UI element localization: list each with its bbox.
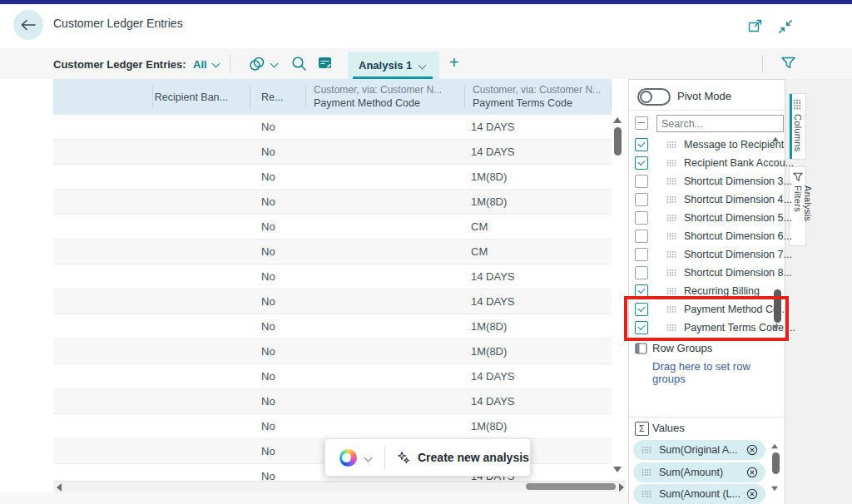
value-pill[interactable]: Sum(Original A... (633, 440, 765, 460)
field-row[interactable]: Shortcut Dimension 3... (629, 172, 785, 190)
field-row[interactable]: Shortcut Dimension 8... (629, 264, 785, 282)
cell-recurring: No (250, 445, 305, 457)
table-row[interactable]: No14 DAYS (53, 264, 612, 289)
search-icon[interactable] (291, 56, 307, 72)
scroll-up-arrow[interactable] (771, 444, 778, 449)
values-scrollbar-thumb[interactable] (772, 452, 780, 474)
page-header: Customer Ledger Entries (0, 4, 852, 49)
column-header-recurring[interactable]: Re... (250, 79, 305, 115)
cell-recurring: No (250, 320, 305, 333)
field-checkbox[interactable] (635, 230, 648, 243)
remove-value-icon[interactable] (746, 444, 758, 456)
cell-payment-terms: 14 DAYS (464, 395, 612, 408)
sigma-icon: Σ (635, 422, 649, 436)
field-checkbox[interactable] (635, 175, 648, 188)
toggle-knob (640, 91, 652, 103)
collapse-icon[interactable] (777, 19, 794, 34)
field-row[interactable]: Shortcut Dimension 6... (629, 227, 785, 245)
field-row[interactable]: Recipient Bank Accou... (629, 154, 785, 172)
table-row[interactable]: No1M(8D) (53, 339, 612, 364)
table-row[interactable]: No1M(8D) (53, 314, 612, 339)
field-checkbox[interactable] (635, 193, 648, 206)
field-row[interactable]: Message to Recipient (629, 136, 785, 154)
value-pill[interactable]: Sum(Amount (L... (633, 484, 765, 504)
table-row[interactable]: No14 DAYS (53, 389, 612, 414)
field-checkbox[interactable] (635, 248, 648, 261)
table-row[interactable]: No14 DAYS (53, 289, 612, 314)
cell-payment-terms: 1M(8D) (464, 195, 612, 208)
cell-payment-terms: 1M(8D) (464, 320, 612, 333)
field-checkbox[interactable] (635, 211, 648, 225)
table-row[interactable]: No1M(8D) (53, 165, 612, 190)
field-row[interactable]: Shortcut Dimension 4... (629, 190, 785, 209)
table-row[interactable]: No1M(8D) (53, 190, 612, 215)
column-header-payment-terms[interactable]: Customer, via: Customer N...Payment Term… (464, 79, 612, 115)
back-button[interactable] (13, 10, 43, 40)
column-header-recipient-bank[interactable]: Recipient Ban... (152, 79, 250, 115)
cell-recurring: No (250, 395, 305, 408)
cell-payment-terms: 14 DAYS (464, 370, 612, 383)
field-label: Recipient Bank Accou... (684, 157, 794, 169)
cell-payment-terms: 1M(8D) (464, 420, 612, 432)
add-analysis-tab-button[interactable]: + (449, 53, 459, 72)
row-groups-drop-hint[interactable]: Drag here to set row groups (652, 360, 785, 385)
field-checkbox[interactable] (635, 138, 648, 151)
select-all-checkbox[interactable] (635, 116, 648, 130)
field-label: Shortcut Dimension 7... (684, 249, 792, 260)
horizontal-scrollbar-thumb[interactable] (526, 483, 616, 490)
chevron-down-icon[interactable] (364, 453, 373, 462)
create-new-analysis-button[interactable]: Create new analysis (418, 451, 529, 464)
highlight-box (624, 296, 789, 341)
column-header-blank[interactable] (53, 79, 152, 115)
search-input[interactable] (656, 115, 784, 132)
table-row[interactable]: No1M(8D) (53, 414, 612, 439)
copilot-icon[interactable] (339, 449, 357, 467)
scroll-right-arrow[interactable] (619, 483, 624, 492)
field-checkbox[interactable] (635, 156, 648, 170)
grip-icon (641, 490, 651, 498)
value-pill[interactable]: Sum(Amount) (633, 462, 765, 482)
column-header-payment-method[interactable]: Customer, via: Customer N...Payment Meth… (305, 79, 464, 115)
grip-icon (666, 159, 676, 167)
grip-icon (666, 269, 676, 277)
table-row[interactable]: NoCM (53, 240, 612, 264)
floating-action-bar: Create new analysis (324, 438, 531, 477)
cell-recurring: No (250, 420, 305, 432)
app-window: Customer Ledger Entries Customer Ledger … (0, 0, 852, 504)
field-checkbox[interactable] (635, 266, 648, 279)
scroll-up-arrow[interactable] (772, 137, 779, 142)
edit-analysis-icon[interactable] (318, 56, 334, 71)
view-filter-all[interactable]: All (193, 58, 207, 71)
column-divider (305, 86, 306, 108)
remove-value-icon[interactable] (746, 488, 758, 500)
pivot-mode-toggle[interactable] (637, 88, 671, 106)
open-in-new-window-icon[interactable] (747, 19, 764, 34)
chevron-down-icon[interactable] (270, 60, 279, 68)
column-divider (152, 86, 153, 108)
tab-analysis-1[interactable]: Analysis 1 (348, 52, 439, 79)
copilot-views-icon[interactable] (248, 56, 266, 72)
grip-icon (666, 214, 676, 222)
vertical-scrollbar-thumb[interactable] (614, 127, 622, 156)
scroll-down-arrow[interactable] (771, 487, 778, 492)
filter-icon[interactable] (780, 56, 796, 71)
value-pill-label: Sum(Amount) (659, 467, 746, 478)
tab-columns[interactable]: Columns (789, 93, 806, 160)
field-row[interactable]: Shortcut Dimension 7... (629, 245, 785, 264)
scroll-down-arrow[interactable] (613, 467, 622, 472)
table-row[interactable]: NoCM (53, 215, 612, 240)
scroll-up-arrow[interactable] (613, 117, 622, 123)
back-arrow-icon (21, 19, 36, 31)
filter-icon (793, 172, 803, 182)
chevron-down-icon[interactable] (212, 60, 220, 68)
values-title: Values (652, 422, 685, 434)
table-row[interactable]: No14 DAYS (53, 115, 612, 140)
remove-value-icon[interactable] (746, 467, 758, 478)
bottom-strip (0, 492, 628, 504)
table-row[interactable]: No14 DAYS (53, 364, 612, 389)
table-row[interactable]: No14 DAYS (53, 140, 612, 165)
scroll-left-arrow[interactable] (57, 483, 62, 492)
column-divider (464, 86, 465, 108)
value-pill-label: Sum(Amount (L... (659, 488, 746, 500)
field-row[interactable]: Shortcut Dimension 5... (629, 209, 785, 227)
